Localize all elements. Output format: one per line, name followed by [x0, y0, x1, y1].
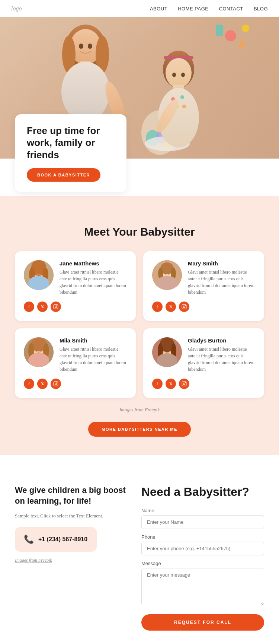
message-label: Message [141, 561, 264, 566]
svg-point-44 [55, 306, 57, 308]
instagram-icon-gladys[interactable] [179, 379, 189, 389]
twitter-icon-mila[interactable]: 𝕏 [37, 379, 48, 389]
contact-section: We give children a big boost on learning… [0, 463, 279, 644]
nav-blog[interactable]: BLOG [254, 6, 268, 12]
svg-rect-70 [182, 382, 186, 386]
svg-point-72 [185, 382, 186, 383]
navbar: logo ABOUT HOME PAGE CONTACT BLOG [0, 0, 279, 17]
form-group-message: Message [141, 561, 264, 607]
name-label: Name [141, 508, 264, 513]
social-icons-mary: f 𝕏 [152, 302, 255, 312]
phone-box: 📞 +1 (234) 567-8910 [15, 527, 97, 552]
twitter-icon-mary[interactable]: 𝕏 [166, 302, 176, 312]
facebook-icon-mary[interactable]: f [152, 302, 163, 312]
card-desc-mila: Glavi amet ritnisl libero molestie ante … [60, 346, 127, 373]
instagram-icon-mila[interactable] [51, 379, 61, 389]
card-info-mary: Mary Smith Glavi amet ritnisl libero mol… [188, 260, 255, 296]
freepik-note: Images from Freepik [15, 407, 264, 413]
avatar-jane [24, 260, 54, 290]
card-top-mary: Mary Smith Glavi amet ritnisl libero mol… [152, 260, 255, 296]
card-info-gladys: Gladys Burton Glavi amet ritnisl libero … [188, 337, 255, 373]
instagram-icon-jane[interactable] [51, 302, 61, 312]
nav-about[interactable]: ABOUT [150, 6, 167, 12]
phone-number: +1 (234) 567-8910 [38, 536, 87, 543]
svg-rect-61 [54, 382, 58, 386]
facebook-icon-gladys[interactable]: f [152, 379, 163, 389]
svg-point-62 [55, 383, 57, 385]
hero-text-box: Free up time for work, family or friends… [15, 114, 126, 192]
twitter-icon-gladys[interactable]: 𝕏 [166, 379, 176, 389]
card-name-jane: Jane Matthews [60, 260, 127, 267]
card-desc-jane: Glavi amet ritnisl libero molestie ante … [60, 269, 127, 296]
svg-point-53 [183, 306, 185, 308]
babysitter-card-mila: Mila Smith Glavi amet ritnisl libero mol… [15, 328, 136, 398]
contact-freepik-note: Images from Freepik [15, 558, 126, 563]
submit-button[interactable]: REQUEST FOR CALL [141, 614, 264, 631]
card-top-jane: Jane Matthews Glavi amet ritnisl libero … [24, 260, 127, 296]
social-icons-gladys: f 𝕏 [152, 379, 255, 389]
contact-form-container: Need a Babysitter? Name Phone Message RE… [141, 485, 264, 631]
card-desc-mary: Glavi amet ritnisl libero molestie ante … [188, 269, 255, 296]
contact-left-desc: Sample text. Click to select the Text El… [15, 512, 126, 520]
contact-form: Name Phone Message REQUEST FOR CALL [141, 508, 264, 631]
babysitters-section: Meet Your Babysitter Jane Mat [0, 196, 279, 455]
contact-left-title: We give children a big boost on learning… [15, 485, 126, 506]
name-input[interactable] [141, 515, 264, 529]
card-info-mila: Mila Smith Glavi amet ritnisl libero mol… [60, 337, 127, 373]
contact-left: We give children a big boost on learning… [15, 485, 126, 631]
svg-point-71 [183, 383, 185, 385]
more-babysitters-button[interactable]: MORE BABYSITTERS NEAR ME [88, 422, 190, 437]
nav-homepage[interactable]: HOME PAGE [178, 6, 208, 12]
twitter-icon-jane[interactable]: 𝕏 [37, 302, 48, 312]
logo: logo [11, 5, 22, 12]
message-textarea[interactable] [141, 568, 264, 605]
svg-point-45 [57, 305, 57, 306]
phone-label: Phone [141, 534, 264, 540]
more-babysitters-btn-container: MORE BABYSITTERS NEAR ME [15, 422, 264, 437]
form-title: Need a Babysitter? [141, 485, 264, 499]
card-name-mary: Mary Smith [188, 260, 255, 267]
babysitters-title: Meet Your Babysitter [15, 226, 264, 238]
nav-links: ABOUT HOME PAGE CONTACT BLOG [150, 6, 268, 12]
social-icons-jane: f 𝕏 [24, 302, 127, 312]
nav-contact[interactable]: CONTACT [219, 6, 243, 12]
card-name-mila: Mila Smith [60, 337, 127, 344]
hero-title: Free up time for work, family or friends [27, 125, 115, 161]
svg-rect-52 [182, 305, 186, 309]
babysitter-card-gladys: Gladys Burton Glavi amet ritnisl libero … [143, 328, 264, 398]
card-info-jane: Jane Matthews Glavi amet ritnisl libero … [60, 260, 127, 296]
svg-point-63 [57, 382, 57, 383]
svg-point-54 [185, 305, 186, 306]
social-icons-mila: f 𝕏 [24, 379, 127, 389]
facebook-icon-jane[interactable]: f [24, 302, 34, 312]
babysitter-card-jane: Jane Matthews Glavi amet ritnisl libero … [15, 251, 136, 321]
card-desc-gladys: Glavi amet ritnisl libero molestie ante … [188, 346, 255, 373]
phone-icon: 📞 [24, 535, 34, 544]
instagram-icon-mary[interactable] [179, 302, 189, 312]
avatar-gladys [152, 337, 182, 367]
card-top-mila: Mila Smith Glavi amet ritnisl libero mol… [24, 337, 127, 373]
svg-rect-43 [54, 305, 58, 309]
facebook-icon-mila[interactable]: f [24, 379, 34, 389]
card-top-gladys: Gladys Burton Glavi amet ritnisl libero … [152, 337, 255, 373]
book-babysitter-button[interactable]: BOOK A BABYSITTER [27, 168, 100, 182]
babysitter-card-mary: Mary Smith Glavi amet ritnisl libero mol… [143, 251, 264, 321]
avatar-mary [152, 260, 182, 290]
form-group-phone: Phone [141, 534, 264, 555]
babysitters-grid: Jane Matthews Glavi amet ritnisl libero … [15, 251, 264, 398]
phone-input[interactable] [141, 542, 264, 555]
avatar-mila [24, 337, 54, 367]
hero-section: Free up time for work, family or friends… [0, 17, 279, 170]
form-group-name: Name [141, 508, 264, 529]
card-name-gladys: Gladys Burton [188, 337, 255, 344]
